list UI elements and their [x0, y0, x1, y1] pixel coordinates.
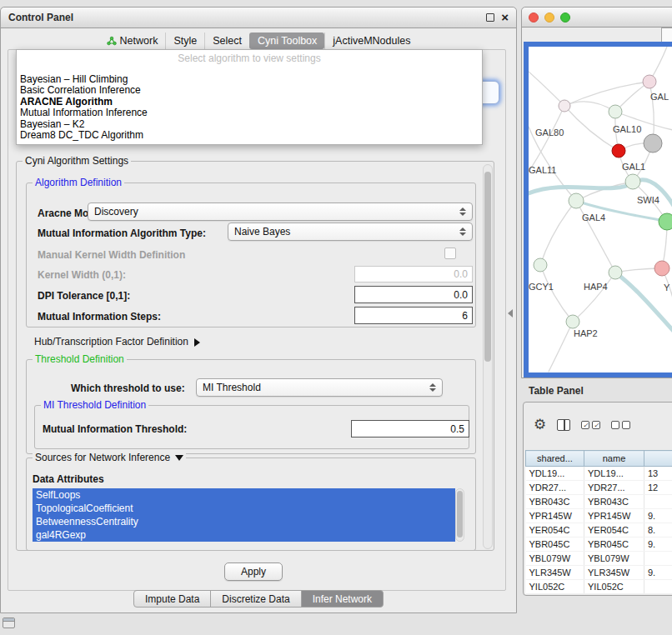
attribute-item-selected[interactable]: TopologicalCoefficient	[33, 502, 455, 515]
column-header-clipped[interactable]	[644, 451, 672, 467]
table-row[interactable]: YER054CYER054C8.	[526, 523, 672, 538]
sources-group-title[interactable]: Sources for Network Inference	[33, 452, 186, 463]
table-row[interactable]: YBL079WYBL079W	[526, 552, 672, 566]
hide-columns-icon[interactable]	[611, 421, 630, 429]
table-cell[interactable]: YER054C	[526, 523, 584, 538]
algorithm-option[interactable]: Mutual Information Inference	[17, 108, 482, 118]
table-row[interactable]: YBR043CYBR043C	[526, 495, 672, 509]
column-header-shared-name[interactable]: shared...	[526, 451, 584, 467]
table-cell[interactable]: YLR345W	[584, 566, 644, 580]
settings-scrollbar[interactable]	[483, 164, 493, 549]
table-cell[interactable]: YPR145W	[526, 509, 584, 523]
kernel-width-field[interactable]: 0.0	[354, 266, 473, 282]
network-node[interactable]	[654, 261, 669, 276]
minimize-traffic-light[interactable]	[544, 12, 554, 22]
table-cell[interactable]	[644, 552, 672, 566]
collapse-down-icon[interactable]	[175, 455, 183, 461]
table-cell[interactable]: 9.	[644, 509, 672, 523]
attribute-item-selected[interactable]: BetweennessCentrality	[33, 515, 455, 528]
table-row[interactable]: YIL052CYIL052C	[526, 580, 672, 594]
network-node[interactable]	[559, 100, 570, 112]
table-cell[interactable]: YBR043C	[526, 495, 584, 509]
view-scrollbar-fragment[interactable]	[661, 28, 672, 42]
table-row[interactable]: YPR145WYPR145W9.	[526, 509, 672, 523]
table-cell[interactable]	[644, 495, 672, 509]
network-node[interactable]	[659, 213, 672, 230]
network-node[interactable]	[643, 75, 656, 88]
table-cell[interactable]: YLR345W	[526, 566, 584, 580]
algorithm-option-selected[interactable]: ARACNE Algorithm	[17, 97, 482, 108]
network-node[interactable]	[609, 105, 622, 118]
panel-collapse-arrow-icon[interactable]	[508, 309, 513, 318]
tab-discretize-data[interactable]: Discretize Data	[210, 590, 301, 608]
dpi-tolerance-field[interactable]: 0.0	[354, 286, 473, 303]
network-node[interactable]	[534, 258, 547, 272]
network-node-label: GAL4	[582, 212, 605, 222]
algorithm-option[interactable]: Bayesian – Hill Climbing	[17, 74, 482, 85]
table-cell[interactable]	[644, 580, 672, 594]
table-cell[interactable]: YBL079W	[584, 552, 644, 566]
table-cell[interactable]: 9.	[644, 566, 672, 580]
gear-icon[interactable]: ⚙	[534, 418, 546, 432]
tab-cyni-toolbox[interactable]: Cyni Toolbox	[249, 32, 324, 49]
tab-select[interactable]: Select	[204, 32, 249, 49]
close-icon[interactable]: ×	[501, 13, 509, 22]
table-cell[interactable]: YBR045C	[584, 538, 644, 552]
close-traffic-light[interactable]	[529, 12, 539, 22]
table-cell[interactable]: 8.	[644, 523, 672, 538]
table-cell[interactable]: 12	[644, 481, 672, 495]
table-cell[interactable]: 9.	[644, 538, 672, 552]
table-row[interactable]: YDR27...YDR27...12	[526, 481, 672, 495]
column-header-name[interactable]: name	[584, 451, 644, 467]
network-node[interactable]	[609, 266, 622, 279]
tab-jactivemnodules[interactable]: jActiveMNodules	[324, 32, 418, 49]
network-node[interactable]	[566, 315, 579, 328]
algorithm-option[interactable]: Basic Correlation Inference	[17, 85, 482, 96]
table-cell[interactable]: YBR043C	[584, 495, 644, 509]
tab-style[interactable]: Style	[165, 32, 204, 49]
table-cell[interactable]: YDL19...	[584, 467, 644, 481]
mi-type-select[interactable]: Naive Bayes	[228, 222, 473, 241]
table-cell[interactable]: YBL079W	[526, 552, 584, 566]
tab-network[interactable]: Network	[99, 32, 166, 49]
table-cell[interactable]: YIL052C	[526, 580, 584, 594]
apply-button[interactable]: Apply	[224, 562, 283, 581]
expand-right-icon[interactable]	[194, 338, 200, 347]
manual-kernel-checkbox[interactable]	[444, 248, 456, 259]
attribute-item-selected[interactable]: SelfLoops	[33, 488, 455, 502]
table-row[interactable]: YLR345WYLR345W9.	[526, 566, 672, 580]
algorithm-option[interactable]: Dream8 DC_TDC Algorithm	[17, 130, 482, 141]
float-window-icon[interactable]	[486, 13, 494, 22]
network-node[interactable]	[644, 134, 662, 152]
table-cell[interactable]: 13	[644, 467, 672, 481]
columns-icon[interactable]	[557, 419, 570, 431]
table-cell[interactable]: YPR145W	[584, 509, 644, 523]
zoom-traffic-light[interactable]	[560, 12, 570, 22]
tab-impute-data[interactable]: Impute Data	[133, 590, 211, 608]
attribute-list-scrollbar[interactable]	[455, 488, 464, 542]
scrollbar-thumb[interactable]	[457, 491, 463, 538]
table-cell[interactable]: YBR045C	[526, 538, 584, 552]
mi-steps-field[interactable]: 6	[354, 307, 473, 324]
algorithm-option[interactable]: Bayesian – K2	[17, 119, 482, 130]
scrollbar-thumb[interactable]	[484, 172, 491, 362]
table-cell[interactable]: YDR27...	[584, 481, 644, 495]
table-cell[interactable]: YIL052C	[584, 580, 644, 594]
network-node[interactable]	[569, 193, 584, 208]
table-cell[interactable]: YER054C	[584, 523, 644, 538]
dock-panel-icon[interactable]	[3, 618, 15, 628]
show-columns-icon[interactable]: ✓ ✓	[581, 421, 600, 429]
which-threshold-select[interactable]: MI Threshold	[196, 378, 443, 397]
network-canvas-svg[interactable]: GALGAL80GAL10GAL11GAL1SWI4GAL4GCY1HAP4HA…	[529, 47, 672, 372]
tab-infer-network[interactable]: Infer Network	[301, 590, 384, 608]
attribute-item-selected[interactable]: gal4RGexp	[33, 528, 455, 542]
table-cell[interactable]: YDR27...	[526, 481, 584, 495]
network-node[interactable]	[612, 144, 625, 158]
table-cell[interactable]: YDL19...	[526, 467, 584, 481]
mi-threshold-field[interactable]: 0.5	[351, 420, 469, 438]
aracne-mode-select[interactable]: Discovery	[88, 202, 473, 221]
network-node[interactable]	[625, 174, 640, 189]
table-row[interactable]: YDL19...YDL19...13	[526, 467, 672, 481]
hub-section-toggle[interactable]: Hub/Transcription Factor Definition	[34, 336, 200, 348]
table-row[interactable]: YBR045CYBR045C9.	[526, 538, 672, 552]
